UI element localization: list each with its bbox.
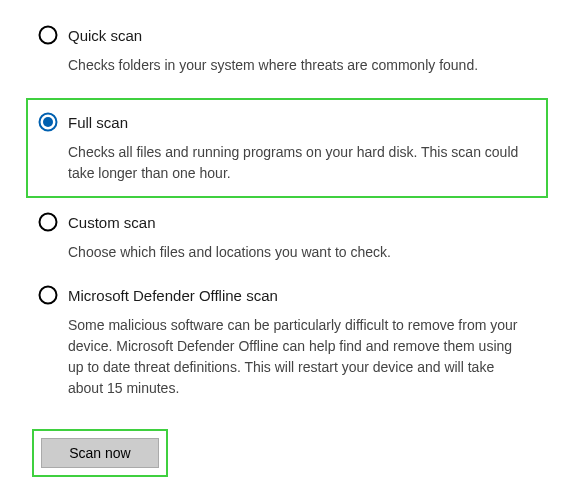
radio-full-scan[interactable]: Full scan — [38, 112, 536, 132]
option-description: Choose which files and locations you wan… — [68, 242, 528, 263]
radio-unchecked-icon — [38, 25, 58, 45]
scan-now-highlight: Scan now — [32, 429, 168, 477]
option-label: Microsoft Defender Offline scan — [68, 287, 278, 304]
svg-point-3 — [40, 214, 57, 231]
svg-point-0 — [40, 27, 57, 44]
radio-custom-scan[interactable]: Custom scan — [38, 212, 536, 232]
option-full-scan: Full scan Checks all files and running p… — [26, 98, 548, 198]
option-quick-scan: Quick scan Checks folders in your system… — [38, 25, 536, 76]
radio-unchecked-icon — [38, 212, 58, 232]
option-description: Some malicious software can be particula… — [68, 315, 528, 399]
option-offline-scan: Microsoft Defender Offline scan Some mal… — [38, 285, 536, 399]
option-description: Checks all files and running programs on… — [68, 142, 528, 184]
radio-offline-scan[interactable]: Microsoft Defender Offline scan — [38, 285, 536, 305]
scan-now-button[interactable]: Scan now — [41, 438, 159, 468]
radio-checked-icon — [38, 112, 58, 132]
option-description: Checks folders in your system where thre… — [68, 55, 528, 76]
option-label: Custom scan — [68, 214, 156, 231]
scan-options-panel: Quick scan Checks folders in your system… — [0, 0, 574, 487]
radio-unchecked-icon — [38, 285, 58, 305]
option-custom-scan: Custom scan Choose which files and locat… — [38, 212, 536, 263]
svg-point-2 — [43, 117, 53, 127]
option-label: Quick scan — [68, 27, 142, 44]
radio-quick-scan[interactable]: Quick scan — [38, 25, 536, 45]
option-label: Full scan — [68, 114, 128, 131]
svg-point-4 — [40, 287, 57, 304]
